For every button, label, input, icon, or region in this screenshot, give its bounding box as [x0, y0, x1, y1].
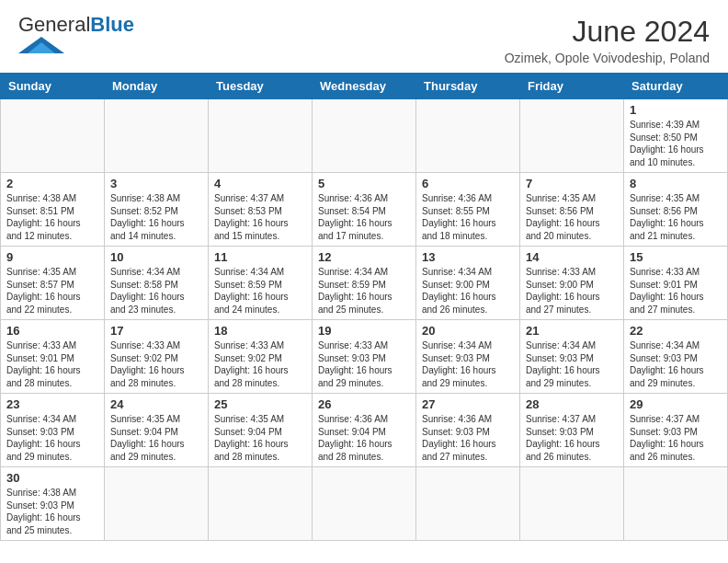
calendar-cell	[1, 99, 105, 173]
calendar-cell	[416, 99, 520, 173]
calendar-cell: 5Sunrise: 4:36 AM Sunset: 8:54 PM Daylig…	[313, 173, 416, 247]
day-info: Sunrise: 4:33 AM Sunset: 9:03 PM Dayligh…	[318, 339, 410, 389]
calendar-cell: 25Sunrise: 4:35 AM Sunset: 9:04 PM Dayli…	[209, 394, 313, 467]
header-tuesday: Tuesday	[209, 74, 313, 99]
day-info: Sunrise: 4:37 AM Sunset: 9:03 PM Dayligh…	[630, 413, 722, 463]
day-info: Sunrise: 4:36 AM Sunset: 9:04 PM Dayligh…	[318, 413, 410, 463]
day-info: Sunrise: 4:36 AM Sunset: 9:03 PM Dayligh…	[422, 413, 514, 463]
calendar-cell: 10Sunrise: 4:34 AM Sunset: 8:58 PM Dayli…	[105, 247, 209, 320]
day-number: 20	[422, 324, 514, 338]
calendar-cell: 20Sunrise: 4:34 AM Sunset: 9:03 PM Dayli…	[416, 320, 520, 394]
header: GeneralBlue June 2024 Ozimek, Opole Voiv…	[0, 0, 728, 73]
day-info: Sunrise: 4:35 AM Sunset: 8:56 PM Dayligh…	[526, 192, 618, 242]
calendar-cell: 27Sunrise: 4:36 AM Sunset: 9:03 PM Dayli…	[416, 394, 520, 467]
calendar-cell: 1Sunrise: 4:39 AM Sunset: 8:50 PM Daylig…	[624, 99, 728, 173]
day-number: 18	[214, 324, 306, 338]
day-info: Sunrise: 4:34 AM Sunset: 8:58 PM Dayligh…	[110, 266, 202, 316]
day-info: Sunrise: 4:38 AM Sunset: 8:51 PM Dayligh…	[6, 192, 98, 242]
calendar-cell: 14Sunrise: 4:33 AM Sunset: 9:00 PM Dayli…	[520, 247, 624, 320]
day-info: Sunrise: 4:34 AM Sunset: 8:59 PM Dayligh…	[214, 266, 306, 316]
title-area: June 2024 Ozimek, Opole Voivodeship, Pol…	[505, 15, 710, 65]
calendar-cell: 22Sunrise: 4:34 AM Sunset: 9:03 PM Dayli…	[624, 320, 728, 394]
week-row-3: 16Sunrise: 4:33 AM Sunset: 9:01 PM Dayli…	[1, 320, 728, 394]
day-number: 15	[630, 250, 722, 264]
calendar-cell	[520, 99, 624, 173]
day-info: Sunrise: 4:34 AM Sunset: 9:03 PM Dayligh…	[6, 413, 98, 463]
logo-blue: Blue	[90, 13, 134, 36]
calendar-cell: 21Sunrise: 4:34 AM Sunset: 9:03 PM Dayli…	[520, 320, 624, 394]
day-info: Sunrise: 4:34 AM Sunset: 9:03 PM Dayligh…	[422, 339, 514, 389]
calendar-cell: 28Sunrise: 4:37 AM Sunset: 9:03 PM Dayli…	[520, 394, 624, 467]
calendar: Sunday Monday Tuesday Wednesday Thursday…	[0, 73, 728, 541]
calendar-cell: 19Sunrise: 4:33 AM Sunset: 9:03 PM Dayli…	[313, 320, 416, 394]
day-number: 27	[422, 397, 514, 411]
logo: GeneralBlue	[18, 15, 134, 57]
day-info: Sunrise: 4:34 AM Sunset: 9:00 PM Dayligh…	[422, 266, 514, 316]
day-number: 25	[214, 397, 306, 411]
subtitle: Ozimek, Opole Voivodeship, Poland	[505, 51, 710, 65]
day-info: Sunrise: 4:38 AM Sunset: 8:52 PM Dayligh…	[110, 192, 202, 242]
header-monday: Monday	[105, 74, 209, 99]
day-number: 19	[318, 324, 410, 338]
calendar-cell: 23Sunrise: 4:34 AM Sunset: 9:03 PM Dayli…	[1, 394, 105, 467]
week-row-5: 30Sunrise: 4:38 AM Sunset: 9:03 PM Dayli…	[1, 467, 728, 541]
calendar-cell: 17Sunrise: 4:33 AM Sunset: 9:02 PM Dayli…	[105, 320, 209, 394]
day-number: 8	[630, 177, 722, 190]
calendar-cell	[624, 467, 728, 541]
calendar-cell: 12Sunrise: 4:34 AM Sunset: 8:59 PM Dayli…	[313, 247, 416, 320]
calendar-cell: 24Sunrise: 4:35 AM Sunset: 9:04 PM Dayli…	[105, 394, 209, 467]
calendar-cell: 2Sunrise: 4:38 AM Sunset: 8:51 PM Daylig…	[1, 173, 105, 247]
day-info: Sunrise: 4:35 AM Sunset: 8:56 PM Dayligh…	[630, 192, 722, 242]
calendar-cell	[105, 467, 209, 541]
day-info: Sunrise: 4:34 AM Sunset: 8:59 PM Dayligh…	[318, 266, 410, 316]
day-number: 30	[6, 471, 98, 485]
calendar-cell: 30Sunrise: 4:38 AM Sunset: 9:03 PM Dayli…	[1, 467, 105, 541]
day-info: Sunrise: 4:36 AM Sunset: 8:54 PM Dayligh…	[318, 192, 410, 242]
day-number: 5	[318, 177, 410, 190]
day-info: Sunrise: 4:33 AM Sunset: 9:01 PM Dayligh…	[630, 266, 722, 316]
day-number: 10	[110, 250, 202, 264]
day-number: 29	[630, 397, 722, 411]
header-wednesday: Wednesday	[313, 74, 416, 99]
calendar-cell	[520, 467, 624, 541]
calendar-cell	[209, 99, 313, 173]
day-number: 26	[318, 397, 410, 411]
day-info: Sunrise: 4:33 AM Sunset: 9:00 PM Dayligh…	[526, 266, 618, 316]
day-info: Sunrise: 4:34 AM Sunset: 9:03 PM Dayligh…	[526, 339, 618, 389]
day-info: Sunrise: 4:35 AM Sunset: 9:04 PM Dayligh…	[214, 413, 306, 463]
day-number: 28	[526, 397, 618, 411]
day-number: 16	[6, 324, 98, 338]
day-number: 11	[214, 250, 306, 264]
day-number: 1	[630, 103, 722, 117]
day-info: Sunrise: 4:37 AM Sunset: 8:53 PM Dayligh…	[214, 192, 306, 242]
day-number: 3	[110, 177, 202, 190]
header-saturday: Saturday	[624, 74, 728, 99]
day-number: 14	[526, 250, 618, 264]
calendar-cell: 26Sunrise: 4:36 AM Sunset: 9:04 PM Dayli…	[313, 394, 416, 467]
month-title: June 2024	[505, 15, 710, 49]
calendar-cell	[416, 467, 520, 541]
day-info: Sunrise: 4:33 AM Sunset: 9:02 PM Dayligh…	[214, 339, 306, 389]
day-info: Sunrise: 4:37 AM Sunset: 9:03 PM Dayligh…	[526, 413, 618, 463]
header-thursday: Thursday	[416, 74, 520, 99]
day-number: 9	[6, 250, 98, 264]
day-number: 4	[214, 177, 306, 190]
calendar-cell: 6Sunrise: 4:36 AM Sunset: 8:55 PM Daylig…	[416, 173, 520, 247]
calendar-cell: 4Sunrise: 4:37 AM Sunset: 8:53 PM Daylig…	[209, 173, 313, 247]
calendar-cell	[105, 99, 209, 173]
calendar-cell	[209, 467, 313, 541]
day-info: Sunrise: 4:34 AM Sunset: 9:03 PM Dayligh…	[630, 339, 722, 389]
day-info: Sunrise: 4:38 AM Sunset: 9:03 PM Dayligh…	[6, 487, 98, 536]
calendar-cell: 11Sunrise: 4:34 AM Sunset: 8:59 PM Dayli…	[209, 247, 313, 320]
week-row-2: 9Sunrise: 4:35 AM Sunset: 8:57 PM Daylig…	[1, 247, 728, 320]
day-number: 7	[526, 177, 618, 190]
logo-text: GeneralBlue	[18, 13, 134, 36]
day-number: 6	[422, 177, 514, 190]
calendar-cell: 16Sunrise: 4:33 AM Sunset: 9:01 PM Dayli…	[1, 320, 105, 394]
weekday-header-row: Sunday Monday Tuesday Wednesday Thursday…	[1, 74, 728, 99]
day-number: 24	[110, 397, 202, 411]
calendar-cell: 15Sunrise: 4:33 AM Sunset: 9:01 PM Dayli…	[624, 247, 728, 320]
header-friday: Friday	[520, 74, 624, 99]
calendar-cell: 8Sunrise: 4:35 AM Sunset: 8:56 PM Daylig…	[624, 173, 728, 247]
week-row-0: 1Sunrise: 4:39 AM Sunset: 8:50 PM Daylig…	[1, 99, 728, 173]
